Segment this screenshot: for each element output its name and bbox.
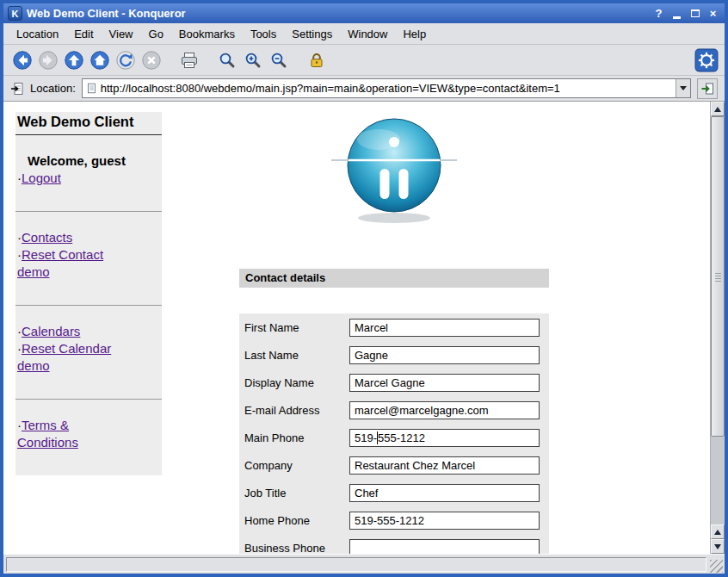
title-bar[interactable]: K Web Demo Client - Konqueror ? × bbox=[3, 3, 725, 23]
sidebar-link-row: ·Reset Contact demo bbox=[17, 246, 133, 281]
magnifier-icon bbox=[217, 50, 238, 71]
scroll-down-button[interactable] bbox=[711, 539, 725, 554]
minimize-button[interactable] bbox=[668, 5, 686, 22]
job-title-input[interactable]: Chef bbox=[349, 484, 540, 502]
form-row-company: CompanyRestaurant Chez Marcel bbox=[239, 451, 549, 479]
clear-location-icon[interactable] bbox=[10, 82, 24, 96]
arrow-up-icon bbox=[714, 530, 721, 535]
menu-item-tools[interactable]: Tools bbox=[243, 28, 284, 40]
sidebar-sections: Welcome, guest·Logout·Contacts·Reset Con… bbox=[15, 135, 162, 475]
close-button[interactable]: × bbox=[704, 5, 722, 22]
maximize-icon bbox=[691, 9, 700, 17]
home-phone-input[interactable]: 519-555-1212 bbox=[349, 512, 540, 530]
main-phone-input[interactable]: 519-555-1212 bbox=[349, 429, 540, 447]
last-name-label: Last Name bbox=[239, 349, 349, 362]
forward-button[interactable] bbox=[35, 47, 60, 72]
main-panel: Contact details First NameMarcelLast Nam… bbox=[239, 102, 549, 554]
find-button[interactable] bbox=[214, 47, 239, 72]
arrow-right-icon bbox=[38, 50, 59, 71]
window-title: Web Demo Client - Konqueror bbox=[27, 7, 650, 20]
toolbar-buttons bbox=[9, 47, 330, 72]
form-row-display-name: Display NameMarcel Gagne bbox=[239, 369, 549, 396]
arrow-up-icon bbox=[714, 107, 721, 112]
sidebar-link-calendars[interactable]: Calendars bbox=[22, 324, 80, 338]
reload-button[interactable] bbox=[113, 47, 138, 72]
sidebar-link-reset-contact-demo[interactable]: Reset Contact demo bbox=[17, 247, 103, 279]
scroll-up-button-bottom[interactable] bbox=[711, 524, 725, 539]
sphere-logo-icon bbox=[330, 115, 459, 227]
go-button[interactable] bbox=[697, 78, 718, 99]
display-name-input[interactable]: Marcel Gagne bbox=[349, 374, 540, 392]
minimize-icon bbox=[673, 16, 681, 19]
menu-item-edit[interactable]: Edit bbox=[66, 28, 101, 40]
form-row-last-name: Last NameGagne bbox=[239, 341, 549, 369]
form-row-job-title: Job TitleChef bbox=[239, 479, 549, 506]
content-area: Web Demo Client Welcome, guest·Logout·Co… bbox=[3, 102, 725, 554]
sidebar: Web Demo Client Welcome, guest·Logout·Co… bbox=[15, 112, 162, 475]
form-row-home-phone: Home Phone519-555-1212 bbox=[239, 506, 549, 534]
company-input[interactable]: Restaurant Chez Marcel bbox=[349, 456, 540, 475]
first-name-input[interactable]: Marcel bbox=[349, 319, 540, 337]
home-icon bbox=[89, 50, 110, 71]
sidebar-section: ·Contacts·Reset Contact demo bbox=[15, 212, 162, 305]
sidebar-link-reset-calendar-demo[interactable]: Reset Calendar demo bbox=[17, 341, 111, 373]
scroll-up-button[interactable] bbox=[711, 102, 725, 116]
toolbar bbox=[3, 45, 725, 76]
sidebar-link-row: ·Logout bbox=[17, 170, 133, 187]
help-button[interactable]: ? bbox=[650, 5, 668, 22]
lock-icon bbox=[306, 50, 327, 71]
status-message-field bbox=[6, 557, 706, 572]
resize-grip[interactable] bbox=[710, 560, 723, 573]
help-icon: ? bbox=[656, 7, 663, 20]
kde-gear-icon bbox=[694, 48, 719, 72]
print-icon bbox=[179, 50, 200, 71]
menu-item-bookmarks[interactable]: Bookmarks bbox=[171, 28, 243, 40]
scrollbar-bottom-buttons bbox=[711, 524, 725, 554]
welcome-text: Welcome, guest bbox=[17, 152, 162, 170]
magnifier-minus-icon bbox=[268, 50, 289, 71]
scrollbar-thumb[interactable] bbox=[711, 116, 725, 437]
home-button[interactable] bbox=[87, 47, 112, 72]
business-phone-label: Business Phone bbox=[239, 542, 349, 555]
email-address-input[interactable]: marcel@marcelgagne.com bbox=[349, 401, 540, 419]
app-logo bbox=[239, 115, 549, 227]
menu-item-settings[interactable]: Settings bbox=[284, 28, 340, 40]
go-icon bbox=[700, 82, 714, 96]
magnifier-plus-icon bbox=[243, 50, 263, 71]
location-label: Location: bbox=[30, 82, 76, 95]
menu-item-help[interactable]: Help bbox=[395, 28, 434, 40]
location-dropdown-button[interactable] bbox=[676, 79, 690, 97]
chevron-down-icon bbox=[680, 86, 687, 90]
security-button[interactable] bbox=[304, 47, 329, 72]
page-favicon-icon bbox=[86, 83, 97, 94]
zoom-out-button[interactable] bbox=[266, 47, 291, 72]
menu-item-window[interactable]: Window bbox=[340, 28, 395, 40]
maximize-button[interactable] bbox=[686, 5, 704, 22]
sidebar-section: ·Terms & Conditions bbox=[15, 400, 162, 475]
kde-gear-logo[interactable] bbox=[694, 48, 719, 72]
contact-form: First NameMarcelLast NameGagneDisplay Na… bbox=[239, 313, 549, 554]
arrow-down-icon bbox=[714, 544, 721, 549]
last-name-input[interactable]: Gagne bbox=[349, 346, 540, 364]
sidebar-link-row: ·Calendars bbox=[17, 323, 133, 340]
company-label: Company bbox=[239, 459, 349, 472]
home-phone-label: Home Phone bbox=[239, 514, 349, 527]
location-url[interactable]: http://localhost:8080/webdemo/main.jsp?m… bbox=[101, 82, 676, 95]
location-combobox[interactable]: http://localhost:8080/webdemo/main.jsp?m… bbox=[82, 78, 691, 98]
up-button[interactable] bbox=[61, 47, 86, 72]
print-button[interactable] bbox=[176, 47, 201, 72]
stop-button[interactable] bbox=[139, 47, 163, 72]
sidebar-link-terms-and-conditions[interactable]: Terms & Conditions bbox=[17, 418, 78, 450]
menu-item-location[interactable]: Location bbox=[9, 28, 66, 40]
zoom-in-button[interactable] bbox=[240, 47, 265, 72]
back-button[interactable] bbox=[9, 47, 34, 72]
menu-item-view[interactable]: View bbox=[102, 28, 141, 40]
sidebar-link-row: ·Terms & Conditions bbox=[17, 417, 133, 451]
business-phone-input[interactable] bbox=[349, 539, 540, 555]
vertical-scrollbar[interactable] bbox=[710, 102, 725, 554]
sidebar-link-contacts[interactable]: Contacts bbox=[22, 230, 72, 245]
sidebar-section: Welcome, guest·Logout bbox=[15, 135, 162, 211]
menu-item-go[interactable]: Go bbox=[141, 28, 171, 40]
job-title-label: Job Title bbox=[239, 487, 349, 499]
sidebar-link-logout[interactable]: Logout bbox=[22, 171, 61, 185]
